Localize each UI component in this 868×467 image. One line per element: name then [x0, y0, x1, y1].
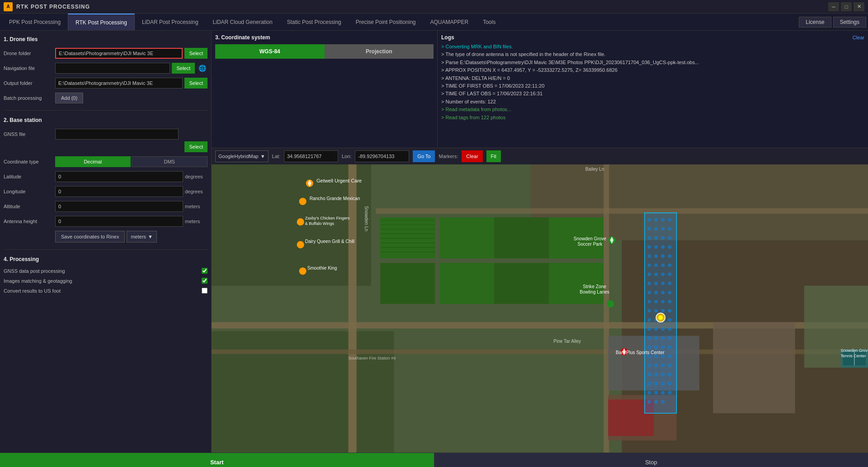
- svg-point-39: [648, 255, 651, 257]
- svg-point-119: [658, 315, 663, 320]
- tab-precise-point-positioning[interactable]: Precise Point Positioning: [349, 14, 423, 30]
- lat-input[interactable]: [284, 150, 338, 162]
- convert-us-foot-checkbox[interactable]: [202, 288, 208, 294]
- start-button[interactable]: Start: [0, 453, 434, 467]
- output-folder-row: Output folder Select: [4, 78, 208, 89]
- svg-rect-18: [439, 263, 494, 304]
- drone-folder-select-button[interactable]: Select: [184, 48, 208, 59]
- gnss-post-checkbox[interactable]: [202, 268, 208, 274]
- log-entry-0: > Converting MRK and BIN files.: [441, 43, 864, 50]
- dms-button[interactable]: DMS: [132, 156, 208, 167]
- maximize-button[interactable]: □: [841, 2, 852, 11]
- fit-button[interactable]: Fit: [486, 150, 501, 162]
- longitude-input[interactable]: [55, 186, 183, 197]
- navigation-file-row: Navigation file Select 🌐: [4, 63, 208, 74]
- batch-processing-label: Batch processing: [4, 95, 53, 101]
- projection-button[interactable]: Projection: [325, 44, 434, 59]
- meters-dropdown[interactable]: meters ▼: [127, 231, 157, 243]
- map-area[interactable]: GoogleHybridMap ▼ Lat: Lon: Go To Marker…: [212, 148, 868, 453]
- svg-point-54: [648, 392, 651, 394]
- svg-rect-7: [380, 224, 435, 225]
- tab-aquamapper[interactable]: AQUAMAPPER: [423, 14, 476, 30]
- save-coords-row: Save coordinates to Rinex meters ▼: [4, 231, 208, 243]
- navigation-file-select-button[interactable]: Select: [172, 63, 195, 74]
- svg-point-81: [661, 255, 664, 257]
- svg-rect-12: [380, 247, 435, 248]
- output-folder-input[interactable]: [55, 78, 183, 89]
- drone-folder-input[interactable]: [55, 48, 183, 59]
- stop-button[interactable]: Stop: [434, 453, 868, 467]
- map-image[interactable]: Getwell Urgent Care Rancho Grande Mexica…: [212, 164, 868, 453]
- tab-lidar-cloud-generation[interactable]: LiDAR Cloud Generation: [206, 14, 280, 30]
- svg-point-129: [297, 241, 304, 248]
- svg-point-42: [648, 282, 651, 285]
- svg-text:& Buffalo Wings: & Buffalo Wings: [305, 221, 335, 226]
- svg-point-46: [648, 318, 651, 321]
- svg-text:Snowden Grove: Snowden Grove: [574, 236, 607, 241]
- svg-text:Dairy Queen Grill & Chill: Dairy Queen Grill & Chill: [305, 239, 354, 244]
- log-entry-1: > The type of drone antenna is not speci…: [441, 51, 864, 58]
- batch-add-button[interactable]: Add (0): [55, 93, 83, 103]
- latitude-unit: degrees: [185, 174, 208, 179]
- settings-button[interactable]: Settings: [833, 17, 866, 28]
- markers-label: Markers:: [439, 154, 458, 159]
- svg-point-71: [655, 355, 657, 358]
- images-matching-checkbox[interactable]: [202, 278, 208, 284]
- svg-point-130: [299, 267, 307, 275]
- output-folder-select-button[interactable]: Select: [184, 78, 208, 89]
- gnss-file-input[interactable]: [55, 129, 179, 140]
- svg-point-74: [655, 382, 657, 385]
- svg-point-69: [655, 337, 657, 340]
- svg-point-52: [648, 373, 651, 376]
- wgs84-button[interactable]: WGS-84: [215, 44, 325, 59]
- coord-type-row: Coordinate type Decimal DMS: [4, 156, 208, 167]
- svg-point-57: [655, 228, 657, 230]
- svg-point-128: [297, 218, 304, 225]
- right-top: 3. Coordinate system WGS-84 Projection L…: [212, 31, 868, 148]
- svg-text:Smoothie King: Smoothie King: [307, 266, 337, 271]
- right-panel: 3. Coordinate system WGS-84 Projection L…: [212, 31, 868, 453]
- svg-point-70: [655, 346, 657, 349]
- left-panel: 1. Drone files Drone folder Select Navig…: [0, 31, 212, 453]
- svg-point-36: [648, 228, 651, 230]
- decimal-button[interactable]: Decimal: [55, 156, 131, 167]
- altitude-input[interactable]: [55, 201, 183, 212]
- logs-panel: Logs Clear > Converting MRK and BIN file…: [438, 31, 868, 148]
- tab-lidar-post-processing[interactable]: LiDAR Post Processing: [135, 14, 206, 30]
- svg-point-55: [648, 401, 651, 403]
- lon-input[interactable]: [355, 150, 409, 162]
- svg-point-73: [655, 373, 657, 376]
- log-entry-5: > TIME OF FIRST OBS = 17/06/2023 22:11:2…: [441, 83, 864, 89]
- license-button[interactable]: License: [799, 17, 831, 28]
- map-controls: GoogleHybridMap ▼ Lat: Lon: Go To Marker…: [212, 148, 868, 164]
- base-station-section-title: 2. Base station: [4, 115, 208, 125]
- navigation-info-icon[interactable]: 🌐: [197, 63, 208, 74]
- svg-rect-4: [212, 331, 394, 453]
- save-coords-button[interactable]: Save coordinates to Rinex: [55, 231, 125, 243]
- svg-rect-13: [380, 252, 435, 252]
- antenna-height-row: Antenna height meters: [4, 216, 208, 227]
- latitude-input[interactable]: [55, 171, 183, 182]
- svg-text:Snowden Ln: Snowden Ln: [364, 206, 369, 231]
- antenna-height-input[interactable]: [55, 216, 183, 227]
- gnss-select-button[interactable]: Select: [184, 141, 208, 152]
- tab-ppk-post-processing[interactable]: PPK Post Processing: [2, 14, 68, 30]
- clear-markers-button[interactable]: Clear: [462, 150, 482, 162]
- minimize-button[interactable]: ─: [828, 2, 839, 11]
- tab-tools[interactable]: Tools: [476, 14, 503, 30]
- close-button[interactable]: ✕: [854, 2, 864, 11]
- title-bar-left: A RTK POST PROCESSING: [4, 2, 90, 11]
- goto-button[interactable]: Go To: [413, 150, 435, 162]
- svg-point-91: [661, 346, 664, 349]
- altitude-unit: meters: [185, 204, 208, 209]
- tab-static-post-processing[interactable]: Static Post Processing: [280, 14, 349, 30]
- svg-point-112: [668, 346, 671, 349]
- map-type-label: GoogleHybridMap: [218, 154, 259, 159]
- svg-point-113: [668, 355, 671, 358]
- navigation-file-label: Navigation file: [4, 65, 53, 71]
- svg-text:Snowden Grove: Snowden Grove: [841, 348, 868, 353]
- tab-rtk-post-processing[interactable]: RTK Post Processing: [68, 14, 135, 30]
- navigation-file-input[interactable]: [55, 63, 170, 74]
- map-type-dropdown[interactable]: GoogleHybridMap ▼: [215, 150, 269, 162]
- logs-clear-button[interactable]: Clear: [853, 35, 864, 40]
